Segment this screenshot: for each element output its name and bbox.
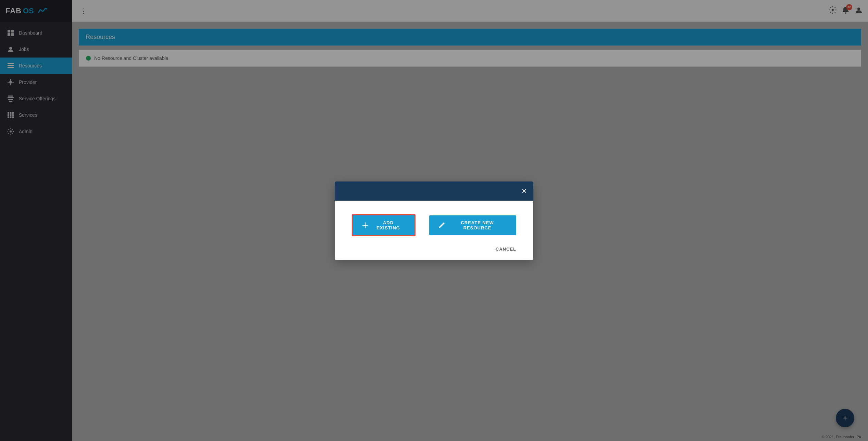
modal-footer: CANCEL xyxy=(335,247,533,260)
modal-header: ✕ xyxy=(335,181,533,201)
pencil-icon xyxy=(439,222,445,228)
modal-action-buttons: ADD EXISTING CREATE NEW RESOURCE xyxy=(352,214,516,236)
modal-dialog: ✕ ADD EXISTING CREATE NEW R xyxy=(335,181,533,260)
add-existing-label: ADD EXISTING xyxy=(372,220,405,230)
modal-close-button[interactable]: ✕ xyxy=(521,188,527,194)
svg-rect-27 xyxy=(362,225,368,226)
create-new-label: CREATE NEW RESOURCE xyxy=(448,220,507,230)
plus-icon xyxy=(362,222,368,228)
cancel-button[interactable]: CANCEL xyxy=(496,247,516,252)
add-existing-button[interactable]: ADD EXISTING xyxy=(352,214,416,236)
modal-body: ADD EXISTING CREATE NEW RESOURCE xyxy=(335,201,533,247)
create-new-resource-button[interactable]: CREATE NEW RESOURCE xyxy=(429,215,516,235)
modal-overlay[interactable]: ✕ ADD EXISTING CREATE NEW R xyxy=(0,0,868,441)
